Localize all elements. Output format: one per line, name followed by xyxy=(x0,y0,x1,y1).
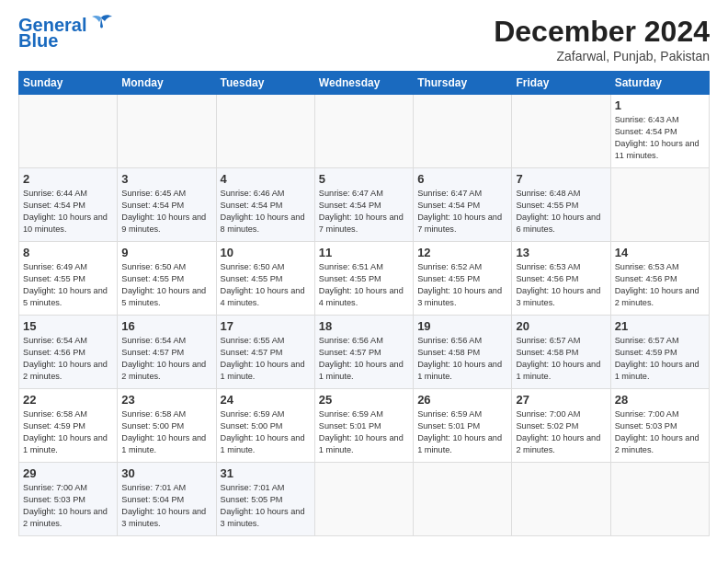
day-info: Sunrise: 6:47 AMSunset: 4:54 PMDaylight:… xyxy=(417,188,507,236)
day-number: 26 xyxy=(417,393,507,407)
day-number: 2 xyxy=(23,172,113,186)
day-number: 19 xyxy=(417,319,507,333)
calendar-cell: 14Sunrise: 6:53 AMSunset: 4:56 PMDayligh… xyxy=(610,242,709,316)
day-number: 12 xyxy=(417,246,507,259)
calendar-cell xyxy=(512,463,610,536)
day-number: 25 xyxy=(319,393,409,407)
day-number: 18 xyxy=(319,319,409,333)
day-number: 16 xyxy=(121,319,211,333)
day-number: 28 xyxy=(615,393,705,407)
month-title: December 2024 xyxy=(494,15,710,49)
day-info: Sunrise: 6:53 AMSunset: 4:56 PMDaylight:… xyxy=(615,261,705,309)
calendar-cell: 4Sunrise: 6:46 AMSunset: 4:54 PMDaylight… xyxy=(216,168,314,242)
day-info: Sunrise: 7:01 AMSunset: 5:05 PMDaylight:… xyxy=(221,482,311,530)
calendar-cell: 20Sunrise: 6:57 AMSunset: 4:58 PMDayligh… xyxy=(512,316,610,389)
calendar-cell xyxy=(610,168,709,242)
location: Zafarwal, Punjab, Pakistan xyxy=(494,49,710,63)
calendar-cell: 12Sunrise: 6:52 AMSunset: 4:55 PMDayligh… xyxy=(414,242,512,316)
calendar-cell: 27Sunrise: 7:00 AMSunset: 5:02 PMDayligh… xyxy=(512,389,610,463)
calendar-cell xyxy=(216,95,314,168)
day-number: 30 xyxy=(121,466,211,480)
logo: General Blue xyxy=(18,15,114,52)
calendar-cell: 23Sunrise: 6:58 AMSunset: 5:00 PMDayligh… xyxy=(118,389,216,463)
calendar-cell: 22Sunrise: 6:58 AMSunset: 4:59 PMDayligh… xyxy=(19,389,118,463)
day-number: 20 xyxy=(516,319,606,333)
calendar-cell: 29Sunrise: 7:00 AMSunset: 5:03 PMDayligh… xyxy=(19,463,118,536)
day-info: Sunrise: 6:46 AMSunset: 4:54 PMDaylight:… xyxy=(221,188,311,236)
calendar-cell xyxy=(610,463,709,536)
day-info: Sunrise: 6:51 AMSunset: 4:55 PMDaylight:… xyxy=(319,261,409,309)
day-info: Sunrise: 7:01 AMSunset: 5:04 PMDaylight:… xyxy=(121,482,211,530)
col-header-tuesday: Tuesday xyxy=(216,72,314,95)
day-info: Sunrise: 6:45 AMSunset: 4:54 PMDaylight:… xyxy=(121,188,211,236)
calendar-cell: 2Sunrise: 6:44 AMSunset: 4:54 PMDaylight… xyxy=(19,168,118,242)
day-info: Sunrise: 6:52 AMSunset: 4:55 PMDaylight:… xyxy=(417,261,507,309)
calendar-cell: 11Sunrise: 6:51 AMSunset: 4:55 PMDayligh… xyxy=(314,242,413,316)
calendar-cell: 30Sunrise: 7:01 AMSunset: 5:04 PMDayligh… xyxy=(118,463,216,536)
header: General Blue December 2024 Zafarwal, Pun… xyxy=(18,15,710,63)
week-row-3: 8Sunrise: 6:49 AMSunset: 4:55 PMDaylight… xyxy=(19,242,710,316)
day-info: Sunrise: 6:49 AMSunset: 4:55 PMDaylight:… xyxy=(23,261,113,309)
day-info: Sunrise: 6:55 AMSunset: 4:57 PMDaylight:… xyxy=(221,335,311,383)
calendar-cell: 6Sunrise: 6:47 AMSunset: 4:54 PMDaylight… xyxy=(414,168,512,242)
day-info: Sunrise: 6:58 AMSunset: 5:00 PMDaylight:… xyxy=(121,408,211,456)
day-info: Sunrise: 7:00 AMSunset: 5:02 PMDaylight:… xyxy=(516,408,606,456)
day-number: 23 xyxy=(121,393,211,407)
day-info: Sunrise: 7:00 AMSunset: 5:03 PMDaylight:… xyxy=(23,482,113,530)
calendar-cell: 7Sunrise: 6:48 AMSunset: 4:55 PMDaylight… xyxy=(512,168,610,242)
week-row-1: 1Sunrise: 6:43 AMSunset: 4:54 PMDaylight… xyxy=(19,95,710,168)
calendar-cell: 21Sunrise: 6:57 AMSunset: 4:59 PMDayligh… xyxy=(610,316,709,389)
calendar-cell: 31Sunrise: 7:01 AMSunset: 5:05 PMDayligh… xyxy=(216,463,314,536)
day-info: Sunrise: 6:43 AMSunset: 4:54 PMDaylight:… xyxy=(615,114,705,162)
day-info: Sunrise: 6:56 AMSunset: 4:58 PMDaylight:… xyxy=(417,335,507,383)
week-row-2: 2Sunrise: 6:44 AMSunset: 4:54 PMDaylight… xyxy=(19,168,710,242)
day-info: Sunrise: 7:00 AMSunset: 5:03 PMDaylight:… xyxy=(615,408,705,456)
day-number: 13 xyxy=(516,246,606,259)
day-number: 5 xyxy=(319,172,409,186)
day-number: 17 xyxy=(221,319,311,333)
week-row-6: 29Sunrise: 7:00 AMSunset: 5:03 PMDayligh… xyxy=(19,463,710,536)
col-header-friday: Friday xyxy=(512,72,610,95)
day-number: 21 xyxy=(615,319,705,333)
calendar-cell xyxy=(414,95,512,168)
week-row-5: 22Sunrise: 6:58 AMSunset: 4:59 PMDayligh… xyxy=(19,389,710,463)
calendar-cell: 5Sunrise: 6:47 AMSunset: 4:54 PMDaylight… xyxy=(314,168,413,242)
day-info: Sunrise: 6:47 AMSunset: 4:54 PMDaylight:… xyxy=(319,188,409,236)
day-number: 1 xyxy=(615,98,705,112)
day-number: 31 xyxy=(221,466,311,480)
col-header-sunday: Sunday xyxy=(19,72,118,95)
calendar-cell: 9Sunrise: 6:50 AMSunset: 4:55 PMDaylight… xyxy=(118,242,216,316)
day-info: Sunrise: 6:48 AMSunset: 4:55 PMDaylight:… xyxy=(516,188,606,236)
logo-blue-text: Blue xyxy=(18,30,58,52)
col-header-monday: Monday xyxy=(118,72,216,95)
day-number: 22 xyxy=(23,393,113,407)
calendar-cell: 17Sunrise: 6:55 AMSunset: 4:57 PMDayligh… xyxy=(216,316,314,389)
calendar-cell: 19Sunrise: 6:56 AMSunset: 4:58 PMDayligh… xyxy=(414,316,512,389)
day-info: Sunrise: 6:59 AMSunset: 5:01 PMDaylight:… xyxy=(417,408,507,456)
day-number: 10 xyxy=(221,246,311,259)
day-info: Sunrise: 6:44 AMSunset: 4:54 PMDaylight:… xyxy=(23,188,113,236)
day-number: 14 xyxy=(615,246,705,259)
title-block: December 2024 Zafarwal, Punjab, Pakistan xyxy=(494,15,710,63)
calendar-cell xyxy=(414,463,512,536)
calendar-cell xyxy=(118,95,216,168)
calendar-cell: 13Sunrise: 6:53 AMSunset: 4:56 PMDayligh… xyxy=(512,242,610,316)
page: General Blue December 2024 Zafarwal, Pun… xyxy=(0,0,728,563)
calendar-cell: 1Sunrise: 6:43 AMSunset: 4:54 PMDaylight… xyxy=(610,95,709,168)
calendar-table: SundayMondayTuesdayWednesdayThursdayFrid… xyxy=(18,71,710,536)
col-header-thursday: Thursday xyxy=(414,72,512,95)
calendar-cell: 18Sunrise: 6:56 AMSunset: 4:57 PMDayligh… xyxy=(314,316,413,389)
col-header-wednesday: Wednesday xyxy=(314,72,413,95)
calendar-header-row: SundayMondayTuesdayWednesdayThursdayFrid… xyxy=(19,72,710,95)
calendar-cell: 25Sunrise: 6:59 AMSunset: 5:01 PMDayligh… xyxy=(314,389,413,463)
day-number: 6 xyxy=(417,172,507,186)
day-info: Sunrise: 6:57 AMSunset: 4:58 PMDaylight:… xyxy=(516,335,606,383)
calendar-cell: 10Sunrise: 6:50 AMSunset: 4:55 PMDayligh… xyxy=(216,242,314,316)
col-header-saturday: Saturday xyxy=(610,72,709,95)
calendar-cell xyxy=(512,95,610,168)
day-number: 15 xyxy=(23,319,113,333)
day-number: 7 xyxy=(516,172,606,186)
calendar-cell: 24Sunrise: 6:59 AMSunset: 5:00 PMDayligh… xyxy=(216,389,314,463)
day-info: Sunrise: 6:54 AMSunset: 4:57 PMDaylight:… xyxy=(121,335,211,383)
day-info: Sunrise: 6:54 AMSunset: 4:56 PMDaylight:… xyxy=(23,335,113,383)
